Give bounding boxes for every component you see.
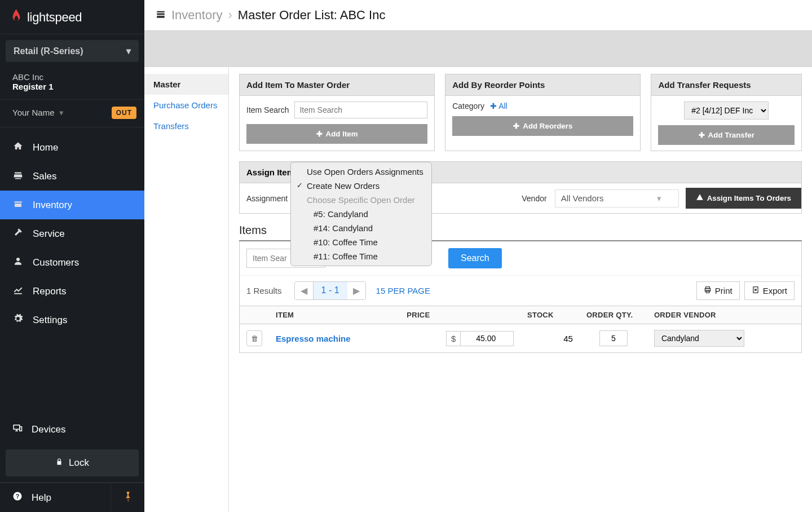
dd-option-use-open[interactable]: Use Open Orders Assignments [291,165,431,179]
print-button[interactable]: Print [696,281,740,300]
export-label: Export [763,286,787,295]
results-count: 1 Results [246,286,282,295]
pager-next[interactable]: ▶ [347,282,365,299]
nav-home[interactable]: Home [0,133,144,162]
table-row: 🗑 Espresso machine $ 45 [240,324,801,353]
company-block: ABC Inc Register 1 [0,67,144,100]
plus-icon: ✚ [316,130,323,138]
help-icon: ? [12,491,23,504]
item-search-input[interactable] [294,101,427,118]
chevron-right-icon: › [228,8,232,23]
logo: lightspeed [0,0,144,34]
breadcrumb-section[interactable]: Inventory [171,8,223,23]
nav-reports[interactable]: Reports [0,277,144,306]
subnav-purchase-orders[interactable]: Purchase Orders [144,95,228,116]
add-item-button[interactable]: ✚ Add Item [246,124,427,144]
chevron-left-icon: ◀ [301,285,307,296]
hammer-icon [12,227,24,240]
subnav-transfers[interactable]: Transfers [144,116,228,136]
lock-label: Lock [69,457,89,469]
item-link[interactable]: Espresso machine [276,334,351,343]
assign-items-button[interactable]: Assign Items To Orders [686,188,801,209]
subnav-master[interactable]: Master [144,74,228,95]
toolbar-band [144,31,812,67]
lock-button-wrap: Lock [0,444,144,483]
nav-customers[interactable]: Customers [0,248,144,277]
work-area: Add Item To Master Order Item Search ✚ A… [229,67,812,512]
nav-help[interactable]: ? Help [0,483,111,512]
sidebar: lightspeed Retail (R-Series) ▾ ABC Inc R… [0,0,144,512]
dd-option-po-11[interactable]: #11: Coffee Time [291,249,431,263]
nav-label: Customers [33,257,79,268]
series-select[interactable]: Retail (R-Series) ▾ [6,40,139,62]
items-table: ITEM PRICE STOCK ORDER QTY. ORDER VENDOR… [240,306,801,352]
per-page-select[interactable]: 15 PER PAGE [376,286,430,295]
subnav: Master Purchase Orders Transfers [144,67,229,512]
pin-button[interactable] [111,483,144,512]
nav-label: Inventory [33,200,72,211]
panel-add-transfer: Add Transfer Requests #2 [4/12] DEF Inc … [651,74,802,151]
out-badge[interactable]: OUT [112,107,136,119]
vendor-value: All Vendors [561,193,604,203]
series-label: Retail (R-Series) [14,46,83,56]
col-item: ITEM [269,306,400,324]
add-reorders-label: Add Reorders [523,122,572,130]
panel-head-reorders: Add By Reorder Points [445,74,640,96]
nav-label: Home [33,142,58,153]
nav-inventory[interactable]: Inventory [0,191,144,219]
pager-prev[interactable]: ◀ [295,282,314,299]
nav-devices[interactable]: Devices [0,415,144,444]
user-icon [12,256,24,269]
svg-rect-2 [14,425,20,430]
panel-assign: Assign Items To Purchase Orders Assignme… [239,161,802,214]
nav-service[interactable]: Service [0,219,144,248]
search-button[interactable]: Search [448,248,502,268]
panel-add-item: Add Item To Master Order Item Search ✚ A… [239,74,435,151]
qty-input[interactable] [599,330,628,346]
svg-rect-9 [157,14,165,15]
nav-sales[interactable]: Sales [0,162,144,191]
dd-option-choose-specific: Choose Specific Open Order [291,193,431,207]
nav-label: Reports [33,286,67,297]
col-qty: ORDER QTY. [580,306,647,324]
help-label: Help [32,492,51,504]
lock-button[interactable]: Lock [6,449,139,476]
vendor-select[interactable]: All Vendors ▾ [555,189,679,208]
price-input[interactable] [461,332,500,345]
add-transfer-button[interactable]: ✚ Add Transfer [658,125,795,145]
dd-option-create-new[interactable]: Create New Orders [291,179,431,193]
transfer-select[interactable]: #2 [4/12] DEF Inc [684,101,769,120]
dd-option-po-10[interactable]: #10: Coffee Time [291,235,431,249]
page-title: Master Order List: ABC Inc [238,8,386,23]
row-vendor-select[interactable]: Candyland [654,330,744,347]
lock-icon [55,457,63,469]
col-stock: STOCK [520,306,580,324]
add-item-label: Add Item [326,130,358,138]
caret-down-icon: ▾ [657,193,661,204]
vendor-label: Vendor [514,194,554,203]
category-link[interactable]: ✚ All [490,101,508,111]
caret-down-icon: ▾ [126,46,131,56]
main: Inventory › Master Order List: ABC Inc M… [144,0,812,512]
delete-row-button[interactable]: 🗑 [246,330,262,346]
svg-rect-5 [20,427,22,431]
user-row[interactable]: Your Name ▾ OUT [0,100,144,127]
user-name: Your Name ▾ [12,108,64,118]
pager-range: 1 - 1 [314,282,347,299]
company-name: ABC Inc [12,72,132,82]
top-panels: Add Item To Master Order Item Search ✚ A… [239,74,802,151]
main-nav: Home Sales Inventory Service Customers [0,127,144,415]
export-button[interactable]: Export [744,281,795,300]
breadcrumb: Inventory › Master Order List: ABC Inc [144,0,812,31]
panel-head-add-item: Add Item To Master Order [240,74,434,96]
print-label: Print [715,286,732,295]
print-icon [704,286,712,295]
svg-rect-8 [157,11,165,12]
dd-option-po-14[interactable]: #14: Candyland [291,221,431,235]
nav-settings[interactable]: Settings [0,306,144,334]
dd-option-po-5[interactable]: #5: Candyland [291,207,431,221]
trash-icon: 🗑 [251,334,258,343]
chart-icon [12,285,24,298]
add-reorders-button[interactable]: ✚ Add Reorders [452,116,633,136]
plus-icon: ✚ [513,122,519,130]
